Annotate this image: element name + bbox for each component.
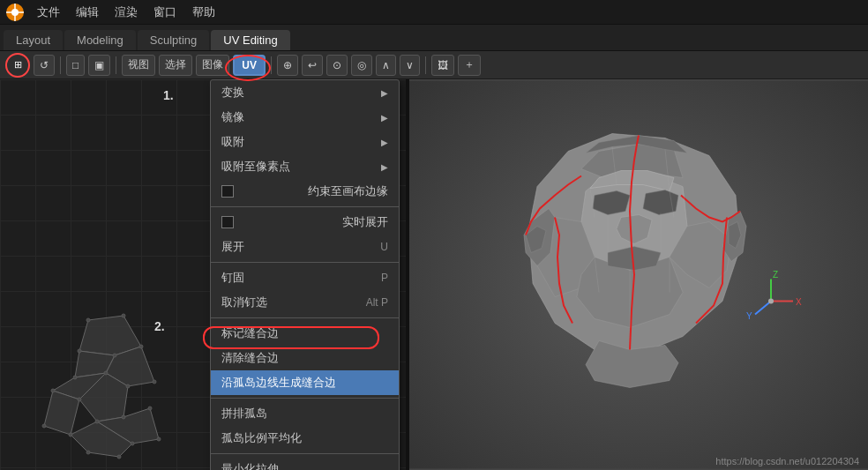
toolbar-uv-btn[interactable]: UV — [233, 55, 266, 76]
tab-layout[interactable]: Layout — [4, 30, 63, 50]
menu-help[interactable]: 帮助 — [185, 3, 222, 22]
uv-panel: 1. 2. 变换 镜像 吸附 吸附至像素点 约束至画布边缘 — [0, 79, 406, 470]
svg-point-25 — [78, 398, 81, 401]
toolbar-icon-grid[interactable]: ⊞ — [5, 53, 30, 78]
menu-pack-islands[interactable]: 拼排孤岛 — [211, 401, 399, 426]
blender-logo[interactable] — [5, 3, 25, 22]
svg-point-28 — [117, 455, 121, 459]
indicator-1: 1. — [163, 88, 174, 102]
indicator-2: 2. — [154, 319, 165, 333]
menu-edit[interactable]: 编辑 — [69, 3, 106, 22]
svg-marker-11 — [44, 391, 79, 435]
svg-point-30 — [69, 433, 72, 436]
toolbar-undo[interactable]: ↩ — [302, 55, 323, 76]
toolbar-select[interactable]: 选择 — [159, 55, 192, 76]
menu-minimize-stretch[interactable]: 最小化拉伸 — [211, 457, 399, 470]
shortcut-pin: P — [381, 272, 388, 284]
top-menubar: 文件 编辑 渲染 窗口 帮助 — [0, 0, 868, 25]
menu-pin[interactable]: 钉固 P — [211, 265, 399, 290]
menu-snap-pixel[interactable]: 吸附至像素点 — [211, 154, 399, 179]
svg-point-31 — [42, 424, 46, 428]
workspace-tabs: Layout Modeling Sculpting UV Editing — [0, 25, 868, 51]
sep-drop-5 — [211, 453, 399, 454]
sep-drop-1 — [211, 206, 399, 207]
tab-uv-editing[interactable]: UV Editing — [211, 30, 289, 50]
svg-point-15 — [113, 354, 116, 357]
sep-4 — [425, 56, 426, 74]
toolbar-snap[interactable]: ⊙ — [326, 55, 348, 76]
menu-unpin[interactable]: 取消钉选 Alt P — [211, 290, 399, 315]
toolbar-btn-refresh[interactable]: ↺ — [34, 55, 55, 76]
svg-point-12 — [86, 318, 90, 322]
svg-point-17 — [153, 380, 156, 384]
toolbar-transform[interactable]: ⊕ — [277, 55, 298, 76]
checkbox-live-unwrap — [221, 216, 234, 228]
svg-point-64 — [768, 299, 774, 304]
svg-point-13 — [122, 314, 125, 317]
menu-render[interactable]: 渲染 — [108, 3, 145, 22]
svg-point-27 — [131, 442, 134, 445]
svg-point-16 — [78, 349, 81, 353]
sep-1 — [60, 56, 61, 74]
sep-3 — [271, 56, 272, 74]
shortcut-unwrap: U — [380, 241, 388, 253]
shortcut-unpin: Alt P — [366, 296, 388, 309]
toolbar-view[interactable]: 视图 — [122, 55, 155, 76]
toolbar-v1[interactable]: ∧ — [376, 55, 396, 76]
3d-model-svg: X Z Y — [409, 79, 868, 470]
url-bar: https://blog.csdn.net/u012204304 — [715, 456, 859, 466]
menu-live-unwrap[interactable]: 实时展开 — [211, 210, 399, 235]
toolbar: ⊞ ↺ □ ▣ 视图 选择 图像 UV ⊕ ↩ ⊙ ◎ ∧ ∨ 🖼 ＋ — [0, 51, 868, 79]
svg-point-26 — [157, 437, 161, 441]
toolbar-btn-sq2[interactable]: ▣ — [88, 55, 110, 76]
uv-dropdown-menu: 变换 镜像 吸附 吸附至像素点 约束至画布边缘 实时展开 — [210, 79, 400, 470]
toolbar-v2[interactable]: ∨ — [400, 55, 420, 76]
menu-snap[interactable]: 吸附 — [211, 130, 399, 154]
svg-text:Y: Y — [746, 311, 752, 321]
svg-text:Z: Z — [773, 270, 778, 280]
menu-unwrap[interactable]: 展开 U — [211, 235, 399, 259]
toolbar-proportional[interactable]: ◎ — [351, 55, 372, 76]
toolbar-image[interactable]: 图像 — [196, 55, 229, 76]
toolbar-img-display[interactable]: 🖼 — [431, 55, 454, 76]
svg-point-24 — [95, 420, 99, 423]
sep-2 — [116, 56, 116, 74]
menu-mirror[interactable]: 镜像 — [211, 105, 399, 130]
svg-point-23 — [148, 407, 152, 410]
svg-point-29 — [86, 451, 90, 454]
menu-mark-seam[interactable]: 标记缝合边 — [211, 321, 399, 346]
tab-modeling[interactable]: Modeling — [64, 30, 136, 50]
sep-drop-4 — [211, 398, 399, 399]
toolbar-btn-sq1[interactable]: □ — [66, 55, 85, 76]
svg-point-18 — [126, 384, 130, 388]
sep-drop-3 — [211, 317, 399, 318]
checkbox-constrain — [221, 185, 234, 198]
svg-point-20 — [73, 376, 77, 379]
menu-seam-from-islands[interactable]: 沿孤岛边线生成缝合边 — [211, 370, 399, 395]
viewport-3d[interactable]: X Z Y — [409, 79, 868, 470]
sep-drop-2 — [211, 262, 399, 263]
main-area: 1. 2. 变换 镜像 吸附 吸附至像素点 约束至画布边缘 — [0, 79, 868, 470]
uv-mesh — [18, 302, 194, 461]
menu-clear-seam[interactable]: 清除缝合边 — [211, 346, 399, 370]
svg-point-21 — [51, 389, 55, 392]
menu-constrain-bounds[interactable]: 约束至画布边缘 — [211, 179, 399, 204]
toolbar-plus[interactable]: ＋ — [458, 55, 481, 76]
svg-text:X: X — [796, 297, 802, 307]
tab-sculpting[interactable]: Sculpting — [138, 30, 209, 50]
svg-point-19 — [104, 371, 108, 375]
menu-file[interactable]: 文件 — [30, 3, 67, 22]
menu-window[interactable]: 窗口 — [146, 3, 183, 22]
menu-transform[interactable]: 变换 — [211, 80, 399, 105]
svg-point-14 — [139, 345, 143, 348]
menu-average-scale[interactable]: 孤岛比例平均化 — [211, 426, 399, 451]
svg-point-22 — [122, 415, 125, 419]
